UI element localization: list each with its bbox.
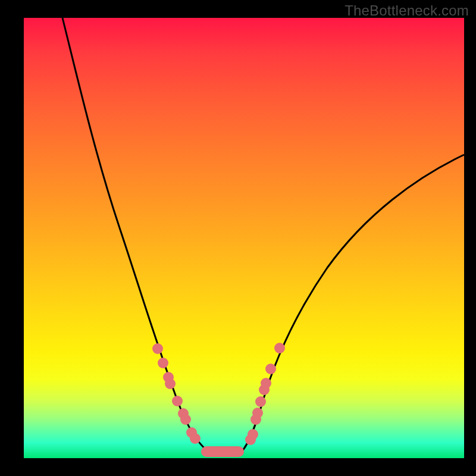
marker-dot [180, 414, 191, 425]
marker-dot [158, 358, 168, 368]
chart-plot-area [24, 18, 464, 458]
chart-frame: TheBottleneck.com [0, 0, 476, 476]
watermark-text: TheBottleneck.com [345, 2, 469, 19]
marker-dot [255, 396, 266, 407]
curve-left [62, 18, 215, 455]
marker-dot [274, 343, 285, 353]
marker-dot [190, 433, 201, 444]
marker-dot [252, 408, 263, 418]
marker-dot [172, 396, 183, 406]
marker-dot [152, 343, 163, 354]
trough-pill [201, 446, 244, 457]
curve-right [238, 155, 464, 455]
marker-dot [261, 378, 271, 389]
marker-dot [248, 429, 258, 440]
marker-dot [165, 378, 176, 389]
chart-svg [24, 18, 464, 458]
marker-dot [265, 364, 276, 374]
